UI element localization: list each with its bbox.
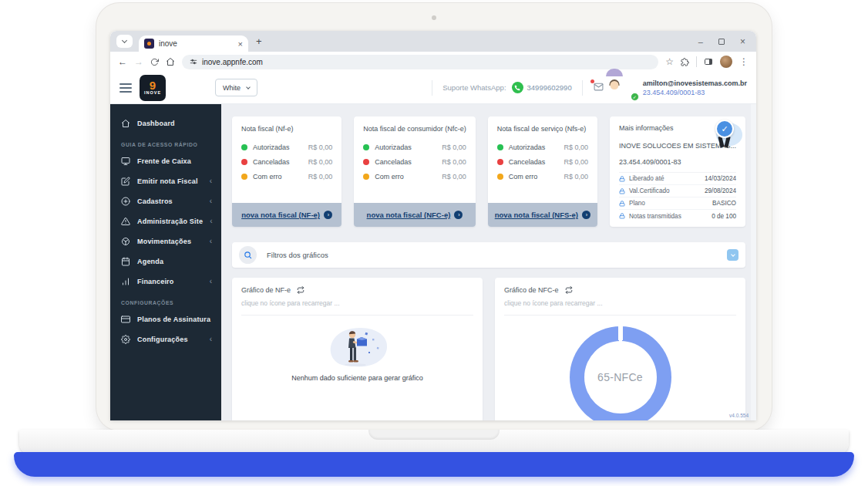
- url-bar[interactable]: inove.appnfe.com: [182, 55, 658, 69]
- new-nfe-link[interactable]: nova nota fiscal (NF-e): [241, 211, 320, 219]
- collapse-filters-button[interactable]: [727, 249, 738, 261]
- calendar-icon: [121, 257, 130, 266]
- hamburger-menu-icon[interactable]: [119, 83, 132, 93]
- empty-chart-illustration: [315, 322, 401, 371]
- extensions-icon[interactable]: [681, 58, 689, 66]
- sidebar-item-dashboard[interactable]: Dashboard: [110, 113, 221, 133]
- lock-icon: [619, 188, 625, 194]
- side-panel-icon[interactable]: [704, 57, 713, 66]
- sidebar-item-configuracoes[interactable]: Configurações ‹: [110, 329, 221, 349]
- status-row: Canceladas R$ 0,00: [497, 158, 588, 166]
- donut-label: 65-NFCe: [597, 371, 643, 383]
- mail-icon[interactable]: [593, 81, 604, 95]
- chart-filters-bar[interactable]: Filtros dos gráficos: [232, 242, 745, 268]
- sidebar-section-settings: CONFIGURAÇÕES: [121, 300, 221, 305]
- sidebar-item-emitir-nota-fiscal[interactable]: Emitir nota Fiscal ‹: [110, 171, 221, 191]
- sidebar: Dashboard GUIA DE ACESSO RÁPIDO Frente d…: [110, 104, 221, 420]
- home-icon[interactable]: [166, 57, 175, 66]
- card-more-info: ✓ Mais informações INOVE SOLUCOES EM SIS…: [610, 116, 745, 227]
- browser-tabstrip: inove × + – ×: [110, 31, 756, 52]
- filter-label: Filtros dos gráficos: [267, 251, 328, 259]
- arrow-circle-icon[interactable]: ›: [454, 211, 463, 219]
- credit-card-icon: [121, 315, 130, 324]
- arrow-circle-icon[interactable]: ›: [324, 211, 332, 219]
- chart-title: Gráfico de NFC-e: [504, 286, 559, 294]
- user-meta: amilton@inovesistemas.com.br 23.454.409/…: [643, 79, 747, 96]
- donut-chart-area: 65-NFCe: [495, 316, 745, 420]
- empty-chart-state: Nenhum dado suficiente para gerar gráfic…: [232, 316, 483, 382]
- back-button[interactable]: ←: [118, 56, 127, 67]
- sidebar-item-cadastros[interactable]: Cadastros ‹: [110, 191, 221, 211]
- card-footer: nova nota fiscal (NFS-e) ›: [488, 203, 597, 227]
- sidebar-item-movimentacoes[interactable]: Movimentações ‹: [110, 231, 221, 251]
- arrow-circle-icon[interactable]: ›: [582, 211, 590, 219]
- search-icon[interactable]: [239, 246, 257, 264]
- reload-icon[interactable]: [150, 58, 159, 66]
- empty-chart-text: Nenhum dado suficiente para gerar gráfic…: [291, 374, 423, 382]
- chevron-left-icon: ‹: [210, 278, 212, 285]
- new-tab-button[interactable]: +: [256, 35, 262, 47]
- chevron-left-icon: ‹: [210, 336, 212, 343]
- monitor-icon: [121, 157, 130, 166]
- status-row: Autorizadas R$ 0,00: [241, 143, 332, 151]
- inove-logo[interactable]: 9 INOVE: [140, 75, 166, 101]
- info-row: Plano BASICO: [619, 197, 736, 210]
- workspace: Dashboard GUIA DE ACESSO RÁPIDO Frente d…: [110, 104, 756, 420]
- status-dot-red: [241, 159, 247, 165]
- new-nfce-link[interactable]: nova nota fiscal (NFC-e): [367, 211, 451, 219]
- info-row: Val.Certificado 29/08/2024: [619, 185, 736, 197]
- user-avatar[interactable]: ✓: [614, 76, 638, 100]
- browser-toolbar: ← → inove.appnfe.com ☆ ⋮: [110, 52, 756, 72]
- new-nfse-link[interactable]: nova nota fiscal (NFS-e): [495, 211, 578, 219]
- status-row: Autorizadas R$ 0,00: [363, 143, 466, 151]
- tab-title: inove: [159, 39, 234, 48]
- tune-icon: [190, 58, 197, 66]
- user-email: amilton@inovesistemas.com.br: [643, 79, 747, 87]
- status-row: Com erro R$ 0,00: [497, 173, 588, 181]
- summary-cards-row: Nota fiscal (Nf-e) Autorizadas R$ 0,00 C…: [232, 116, 745, 227]
- status-dot-green: [363, 144, 369, 150]
- alert-triangle-icon: [121, 217, 130, 226]
- browser-window: inove × + – × ← → inove.appnfe.com ☆: [110, 31, 756, 420]
- status-dot-orange: [497, 174, 503, 180]
- logo-mark: 9: [150, 80, 156, 90]
- verified-ribbon-icon: ✓: [707, 118, 742, 155]
- status-row: Canceladas R$ 0,00: [241, 158, 332, 166]
- refresh-icon[interactable]: [565, 286, 573, 294]
- bar-chart-icon: [121, 277, 130, 286]
- charts-row: Gráfico de NF-e clique no ícone para rec…: [232, 278, 745, 420]
- browser-profile-avatar[interactable]: [720, 56, 732, 68]
- tab-close-icon[interactable]: ×: [238, 39, 243, 49]
- logo-text: INOVE: [144, 90, 161, 95]
- sidebar-item-administracao-site[interactable]: Administração Site ‹: [110, 211, 221, 231]
- sidebar-item-financeiro[interactable]: Financeiro ‹: [110, 272, 221, 292]
- theme-selector[interactable]: White: [215, 79, 257, 96]
- window-controls: – ×: [698, 36, 756, 47]
- app-header-right: Suporte WhatsApp: 34999602990 ✓: [422, 76, 747, 100]
- user-document: 23.454.409/0001-83: [643, 89, 747, 96]
- browser-tab-inove[interactable]: inove ×: [139, 35, 248, 52]
- sidebar-item-agenda[interactable]: Agenda: [110, 251, 221, 272]
- status-row: Autorizadas R$ 0,00: [497, 143, 588, 151]
- forward-button[interactable]: →: [134, 56, 143, 67]
- restore-button[interactable]: [718, 39, 725, 45]
- sidebar-item-planos-de-assinatura[interactable]: Planos de Assinatura: [110, 309, 221, 329]
- scrollbar[interactable]: [751, 104, 756, 420]
- toolbar-divider: [696, 56, 697, 67]
- card-footer: nova nota fiscal (NFC-e) ›: [354, 203, 476, 227]
- support-label: Suporte WhatsApp:: [442, 83, 506, 92]
- edit-icon: [121, 177, 130, 186]
- tab-favicon: [144, 39, 154, 49]
- sidebar-item-frente-de-caixa[interactable]: Frente de Caixa: [110, 151, 221, 171]
- donut-chart: 65-NFCe: [570, 326, 671, 420]
- minimize-button[interactable]: –: [698, 37, 703, 46]
- plus-circle-icon: [121, 197, 130, 206]
- refresh-icon[interactable]: [297, 286, 304, 294]
- chevron-down-icon: [731, 252, 735, 257]
- tab-search-button[interactable]: [116, 35, 133, 48]
- status-dot-green: [241, 144, 247, 150]
- bookmark-star-icon[interactable]: ☆: [665, 56, 674, 67]
- sphere-icon: [121, 237, 130, 246]
- browser-menu-icon[interactable]: ⋮: [739, 56, 749, 67]
- close-button[interactable]: ×: [740, 36, 745, 47]
